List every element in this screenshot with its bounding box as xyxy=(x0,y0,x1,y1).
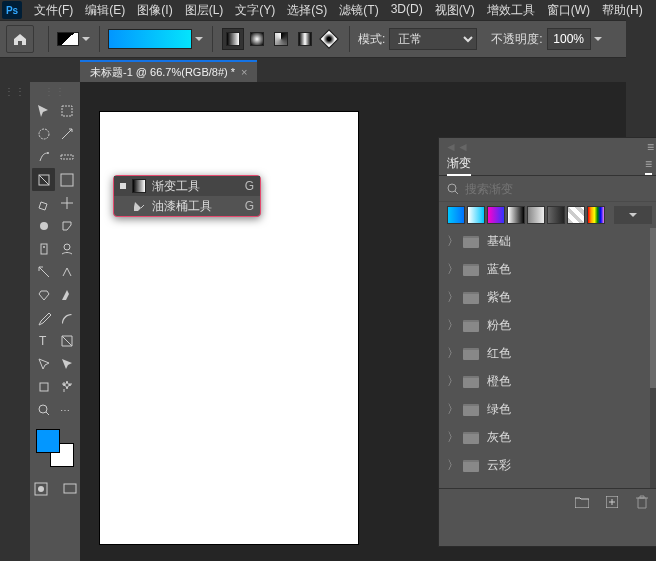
gradient-folder[interactable]: 〉粉色 xyxy=(439,312,656,340)
gradient-folder[interactable]: 〉绿色 xyxy=(439,396,656,424)
folder-icon[interactable] xyxy=(574,494,590,510)
trash-icon[interactable] xyxy=(634,494,650,510)
color-swatches[interactable] xyxy=(36,429,74,467)
drag-handle-icon[interactable]: ⋮⋮ xyxy=(44,86,66,97)
gradient-preset[interactable] xyxy=(507,206,525,224)
home-button[interactable] xyxy=(6,25,34,53)
gradient-folder[interactable]: 〉紫色 xyxy=(439,284,656,312)
tool-button[interactable] xyxy=(55,260,78,283)
tool-button[interactable] xyxy=(32,283,55,306)
document-tab[interactable]: 未标题-1 @ 66.7%(RGB/8#) * × xyxy=(80,60,257,82)
tool-button[interactable] xyxy=(55,191,78,214)
screenmode-button[interactable] xyxy=(58,477,81,500)
tool-button[interactable] xyxy=(55,99,78,122)
tool-button[interactable]: T xyxy=(32,329,55,352)
menu-item[interactable]: 视图(V) xyxy=(429,0,481,21)
menu-item[interactable]: 滤镜(T) xyxy=(333,0,384,21)
tool-button[interactable] xyxy=(32,191,55,214)
tool-button[interactable] xyxy=(32,99,55,122)
gradient-folder[interactable]: 〉云彩 xyxy=(439,452,656,480)
menu-item[interactable]: 编辑(E) xyxy=(79,0,131,21)
gradient-reflected-button[interactable] xyxy=(294,28,316,50)
foreground-color-swatch[interactable] xyxy=(36,429,60,453)
drag-handle-icon[interactable]: ⋮⋮ xyxy=(4,86,26,97)
tool-button[interactable]: ⋯ xyxy=(55,398,78,421)
tool-button[interactable] xyxy=(32,375,55,398)
menu-item[interactable]: 选择(S) xyxy=(281,0,333,21)
panel-menu-icon[interactable]: ≡ xyxy=(647,140,654,154)
tool-preset-swatch[interactable] xyxy=(57,32,79,46)
tool-button[interactable] xyxy=(55,145,78,168)
gradient-diamond-button[interactable] xyxy=(318,28,340,50)
close-icon[interactable]: × xyxy=(241,66,247,78)
tool-button[interactable] xyxy=(32,352,55,375)
flyout-item[interactable]: 油漆桶工具G xyxy=(114,196,260,216)
gradient-preset[interactable] xyxy=(487,206,505,224)
gradient-preset[interactable] xyxy=(527,206,545,224)
panel-tab-title[interactable]: 渐变 xyxy=(447,155,471,176)
menu-item[interactable]: 文字(Y) xyxy=(229,0,281,21)
new-icon[interactable] xyxy=(604,494,620,510)
search-input[interactable] xyxy=(465,182,652,196)
svg-rect-3 xyxy=(61,155,73,159)
tool-button[interactable] xyxy=(32,260,55,283)
separator xyxy=(349,26,350,52)
gradient-preset[interactable] xyxy=(467,206,485,224)
tool-button[interactable] xyxy=(55,306,78,329)
flyout-label: 油漆桶工具 xyxy=(152,198,241,215)
gradient-preset[interactable] xyxy=(567,206,585,224)
preset-scroll-button[interactable] xyxy=(614,206,652,224)
opacity-input[interactable] xyxy=(547,28,591,50)
tool-icon xyxy=(36,356,52,372)
panel-menu-icon[interactable]: ≡ xyxy=(645,157,652,175)
flyout-shortcut: G xyxy=(245,199,254,213)
gradient-linear-button[interactable] xyxy=(222,28,244,50)
tool-button[interactable] xyxy=(32,122,55,145)
svg-rect-0 xyxy=(62,106,72,116)
menu-item[interactable]: 文件(F) xyxy=(28,0,79,21)
tool-button[interactable] xyxy=(32,145,55,168)
gradient-preset[interactable] xyxy=(587,206,605,224)
tool-button[interactable] xyxy=(55,122,78,145)
menu-item[interactable]: 图像(I) xyxy=(131,0,178,21)
scrollbar-thumb[interactable] xyxy=(650,228,656,388)
tool-button[interactable] xyxy=(55,237,78,260)
gradient-folder[interactable]: 〉基础 xyxy=(439,228,656,256)
gradient-preset[interactable] xyxy=(547,206,565,224)
tool-button[interactable] xyxy=(55,352,78,375)
menu-item[interactable]: 帮助(H) xyxy=(596,0,649,21)
flyout-item[interactable]: 渐变工具G xyxy=(114,176,260,196)
tool-button[interactable] xyxy=(32,168,55,191)
menu-item[interactable]: 图层(L) xyxy=(179,0,230,21)
tool-button[interactable] xyxy=(55,329,78,352)
gradient-preview[interactable] xyxy=(108,29,192,49)
gradient-folder[interactable]: 〉蓝色 xyxy=(439,256,656,284)
collapse-icon[interactable]: ◄◄ xyxy=(445,140,469,154)
tool-button[interactable] xyxy=(32,306,55,329)
dropdown-icon[interactable] xyxy=(593,34,603,44)
gradient-folder[interactable]: 〉红色 xyxy=(439,340,656,368)
mode-select[interactable]: 正常 xyxy=(389,28,477,50)
gradient-radial-button[interactable] xyxy=(246,28,268,50)
gradient-folder[interactable]: 〉灰色 xyxy=(439,424,656,452)
tool-button[interactable] xyxy=(55,168,78,191)
dropdown-icon[interactable] xyxy=(194,34,204,44)
gradient-preset[interactable] xyxy=(447,206,465,224)
search-icon xyxy=(447,183,459,195)
dropdown-icon[interactable] xyxy=(81,34,91,44)
tool-button[interactable] xyxy=(32,398,55,421)
folder-list: 〉基础〉蓝色〉紫色〉粉色〉红色〉橙色〉绿色〉灰色〉云彩 xyxy=(439,228,656,488)
menu-item[interactable]: 窗口(W) xyxy=(541,0,596,21)
gradient-folder[interactable]: 〉橙色 xyxy=(439,368,656,396)
quickmask-button[interactable] xyxy=(29,477,52,500)
tool-button[interactable] xyxy=(32,237,55,260)
tool-button[interactable] xyxy=(55,375,78,398)
tool-icon xyxy=(36,149,52,165)
gradient-angle-button[interactable] xyxy=(270,28,292,50)
menu-item[interactable]: 3D(D) xyxy=(385,0,429,21)
svg-line-20 xyxy=(455,191,458,194)
menu-item[interactable]: 增效工具 xyxy=(481,0,541,21)
tool-button[interactable] xyxy=(55,283,78,306)
tool-button[interactable] xyxy=(32,214,55,237)
tool-button[interactable] xyxy=(55,214,78,237)
